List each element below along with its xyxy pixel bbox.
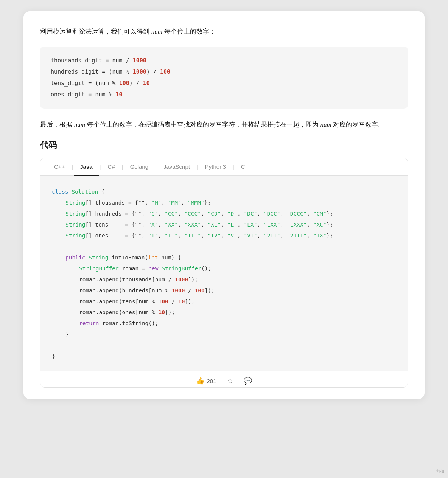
like-count: 201 <box>207 378 216 384</box>
code-java-line-3: String[] hundreds = {"", "C", "CC", "CCC… <box>52 208 396 219</box>
watermark: 力扣 <box>436 469 444 474</box>
tab-cpp[interactable]: C++ <box>48 158 71 176</box>
code-java-line-8: roman.append(thousands[num / 1000]); <box>52 274 396 285</box>
code-java-line-4: String[] tens = {"", "X", "XX", "XXX", "… <box>52 219 396 230</box>
comment-icon: 💬 <box>244 377 252 385</box>
code-line-4: ones_digit = num % 10 <box>51 89 397 100</box>
section-heading: 代码 <box>40 140 408 151</box>
tabs-header: C++ | Java | C# | Golang | JavaScript | … <box>40 158 408 176</box>
tab-python3[interactable]: Python3 <box>199 158 232 176</box>
star-icon: ☆ <box>227 377 233 385</box>
intro-paragraph: 利用模运算和除法运算，我们可以得到 num 每个位上的数字： <box>40 26 408 37</box>
code-java-line-12: return roman.toString(); <box>52 318 396 329</box>
code-java-line-5: String[] ones = {"", "I", "II", "III", "… <box>52 230 396 241</box>
code-java-line-11: roman.append(ones[num % 10]); <box>52 307 396 318</box>
code-java-line-10: roman.append(tens[num % 100 / 10]); <box>52 296 396 307</box>
simple-code-block: thousands_digit = num / 1000 hundreds_di… <box>40 47 408 109</box>
code-java-line-6: public String intToRoman(int num) { <box>52 252 396 263</box>
tab-csharp[interactable]: C# <box>102 158 121 176</box>
code-java-blank-2 <box>52 340 396 351</box>
code-line-2: hundreds_digit = (num % 1000) / 100 <box>51 66 397 78</box>
tab-c[interactable]: C <box>235 158 251 176</box>
code-java-line-13: } <box>52 329 396 340</box>
java-code-block: class Solution { String[] thousands = {"… <box>40 176 408 371</box>
code-java-line-2: String[] thousands = {"", "M", "MM", "MM… <box>52 197 396 208</box>
like-button[interactable]: 👍 201 <box>196 377 216 385</box>
comment-button[interactable]: 💬 <box>244 377 252 385</box>
code-java-line-14: } <box>52 351 396 362</box>
code-line-3: tens_digit = (num % 100) / 10 <box>51 78 397 89</box>
code-java-line-7: StringBuffer roman = new StringBuffer(); <box>52 263 396 274</box>
section-paragraph: 最后，根据 num 每个位上的数字，在硬编码表中查找对应的罗马字符，并将结果拼接… <box>40 119 408 131</box>
code-tabs-container: C++ | Java | C# | Golang | JavaScript | … <box>40 158 408 388</box>
tab-golang[interactable]: Golang <box>124 158 154 176</box>
code-java-line-9: roman.append(hundreds[num % 1000 / 100])… <box>52 285 396 296</box>
star-button[interactable]: ☆ <box>227 377 233 385</box>
code-java-line-1: class Solution { <box>52 186 396 197</box>
tab-javascript[interactable]: JavaScript <box>157 158 196 176</box>
main-card: 利用模运算和除法运算，我们可以得到 num 每个位上的数字： thousands… <box>23 11 425 399</box>
code-line-1: thousands_digit = num / 1000 <box>51 55 397 66</box>
bottom-action-bar: 👍 201 ☆ 💬 <box>40 371 408 387</box>
like-icon: 👍 <box>196 377 204 385</box>
code-java-blank-1 <box>52 241 396 252</box>
tab-java[interactable]: Java <box>74 158 98 176</box>
